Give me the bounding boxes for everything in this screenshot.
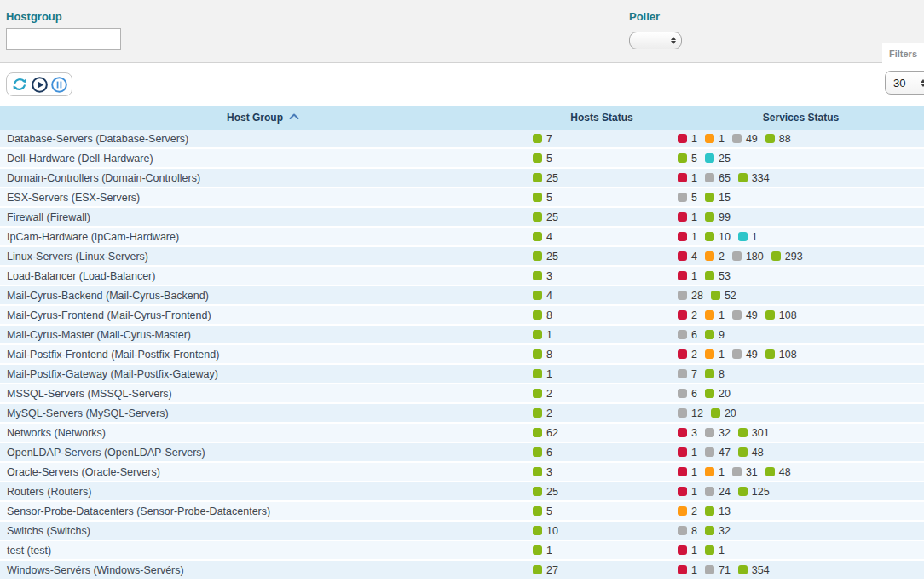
status-chip-unknown[interactable]: 8 xyxy=(678,525,697,537)
status-chip-ok[interactable]: 4 xyxy=(533,290,552,302)
status-chip-ok[interactable]: 1 xyxy=(533,545,552,557)
status-chip-critical[interactable]: 1 xyxy=(678,172,697,184)
status-chip-unknown[interactable]: 49 xyxy=(732,133,758,145)
status-chip-ok[interactable]: 293 xyxy=(771,251,803,263)
status-chip-unknown[interactable]: 47 xyxy=(705,447,731,459)
status-chip-unknown[interactable]: 49 xyxy=(732,309,758,321)
status-chip-ok[interactable]: 48 xyxy=(738,447,764,459)
hostgroup-name[interactable]: Load-Balancer (Load-Balancer) xyxy=(0,270,526,282)
hostgroup-name[interactable]: test (test) xyxy=(0,545,526,557)
status-chip-unknown[interactable]: 5 xyxy=(678,192,697,204)
hostgroup-name[interactable]: Switchs (Switchs) xyxy=(0,525,526,537)
status-chip-ok[interactable]: 108 xyxy=(765,349,797,361)
hostgroup-name[interactable]: Firewall (Firewall) xyxy=(0,211,526,223)
status-chip-critical[interactable]: 1 xyxy=(678,545,697,557)
status-chip-unknown[interactable]: 12 xyxy=(678,407,703,419)
status-chip-ok[interactable]: 15 xyxy=(705,192,731,204)
hostgroup-name[interactable]: Oracle-Servers (Oracle-Servers) xyxy=(0,466,526,478)
status-chip-ok[interactable]: 4 xyxy=(533,231,552,243)
pause-button[interactable] xyxy=(49,75,68,94)
status-chip-ok[interactable]: 13 xyxy=(705,505,731,517)
status-chip-ok[interactable]: 2 xyxy=(533,388,552,400)
status-chip-pending[interactable]: 1 xyxy=(738,231,758,243)
hostgroup-name[interactable]: Linux-Servers (Linux-Servers) xyxy=(0,251,526,263)
hostgroup-name[interactable]: Mail-Postfix-Frontend (Mail-Postfix-Fron… xyxy=(0,349,526,361)
hostgroup-name[interactable]: Database-Servers (Database-Servers) xyxy=(0,133,526,145)
play-button[interactable] xyxy=(30,75,49,94)
status-chip-ok[interactable]: 10 xyxy=(705,231,731,243)
status-chip-unknown[interactable]: 71 xyxy=(705,564,731,576)
status-chip-ok[interactable]: 6 xyxy=(533,447,552,459)
status-chip-ok[interactable]: 8 xyxy=(533,349,552,361)
status-chip-ok[interactable]: 5 xyxy=(533,192,552,204)
status-chip-ok[interactable]: 334 xyxy=(738,172,770,184)
filters-tab[interactable]: Filters xyxy=(882,43,924,63)
status-chip-critical[interactable]: 1 xyxy=(678,447,697,459)
hostgroup-name[interactable]: Mail-Cyrus-Frontend (Mail-Cyrus-Frontend… xyxy=(0,309,526,321)
hostgroup-name[interactable]: Networks (Networks) xyxy=(0,427,526,439)
status-chip-critical[interactable]: 1 xyxy=(678,564,697,576)
status-chip-warning[interactable]: 1 xyxy=(705,309,725,321)
status-chip-ok[interactable]: 25 xyxy=(533,251,558,263)
status-chip-ok[interactable]: 32 xyxy=(705,525,731,537)
status-chip-unknown[interactable]: 31 xyxy=(732,466,758,478)
status-chip-ok[interactable]: 3 xyxy=(533,466,552,478)
hostgroup-name[interactable]: Domain-Controllers (Domain-Controllers) xyxy=(0,172,526,184)
status-chip-warning[interactable]: 1 xyxy=(705,349,725,361)
status-chip-unknown[interactable]: 6 xyxy=(678,329,697,341)
column-header-host-group[interactable]: Host Group xyxy=(0,112,526,124)
status-chip-critical[interactable]: 4 xyxy=(678,251,697,263)
poller-select[interactable] xyxy=(629,32,682,49)
hostgroup-name[interactable]: ESX-Servers (ESX-Servers) xyxy=(0,192,526,204)
status-chip-unknown[interactable]: 24 xyxy=(705,486,731,498)
status-chip-critical[interactable]: 2 xyxy=(678,309,697,321)
status-chip-ok[interactable]: 1 xyxy=(533,368,552,380)
refresh-button[interactable] xyxy=(10,75,29,94)
hostgroup-name[interactable]: Routers (Routers) xyxy=(0,486,526,498)
hostgroup-input[interactable] xyxy=(6,28,121,50)
status-chip-critical[interactable]: 1 xyxy=(678,486,697,498)
status-chip-unknown[interactable]: 32 xyxy=(705,427,731,439)
status-chip-unknown[interactable]: 65 xyxy=(705,172,731,184)
status-chip-ok[interactable]: 5 xyxy=(678,153,697,165)
hostgroup-name[interactable]: Dell-Hardware (Dell-Hardware) xyxy=(0,153,526,165)
status-chip-ok[interactable]: 62 xyxy=(533,427,558,439)
status-chip-ok[interactable]: 125 xyxy=(738,486,770,498)
status-chip-unknown[interactable]: 49 xyxy=(732,349,758,361)
status-chip-ok[interactable]: 25 xyxy=(533,486,558,498)
status-chip-ok[interactable]: 3 xyxy=(533,270,552,282)
status-chip-critical[interactable]: 1 xyxy=(678,466,697,478)
hostgroup-name[interactable]: OpenLDAP-Servers (OpenLDAP-Servers) xyxy=(0,447,526,459)
status-chip-ok[interactable]: 8 xyxy=(533,309,552,321)
column-header-services-status[interactable]: Services Status xyxy=(678,112,924,124)
status-chip-critical[interactable]: 1 xyxy=(678,270,697,282)
status-chip-ok[interactable]: 8 xyxy=(705,368,725,380)
status-chip-warning[interactable]: 2 xyxy=(705,251,725,263)
hostgroup-name[interactable]: Windows-Servérs (Windows-Servérs) xyxy=(0,564,526,576)
status-chip-ok[interactable]: 1 xyxy=(533,329,552,341)
status-chip-critical[interactable]: 2 xyxy=(678,349,697,361)
status-chip-unknown[interactable]: 6 xyxy=(678,388,697,400)
status-chip-critical[interactable]: 1 xyxy=(678,231,697,243)
hostgroup-name[interactable]: IpCam-Hardware (IpCam-Hardware) xyxy=(0,231,526,243)
hostgroup-name[interactable]: Mail-Postfix-Gateway (Mail-Postfix-Gatew… xyxy=(0,368,526,380)
status-chip-ok[interactable]: 1 xyxy=(705,545,725,557)
status-chip-ok[interactable]: 108 xyxy=(765,309,797,321)
status-chip-ok[interactable]: 354 xyxy=(738,564,770,576)
status-chip-ok[interactable]: 48 xyxy=(765,466,791,478)
status-chip-ok[interactable]: 2 xyxy=(533,407,552,419)
hostgroup-name[interactable]: MSSQL-Servers (MSSQL-Servers) xyxy=(0,388,526,400)
status-chip-ok[interactable]: 7 xyxy=(533,133,552,145)
status-chip-ok[interactable]: 10 xyxy=(533,525,558,537)
status-chip-ok[interactable]: 99 xyxy=(705,211,731,223)
hostgroup-name[interactable]: Sensor-Probe-Datacenters (Sensor-Probe-D… xyxy=(0,505,526,517)
status-chip-ok[interactable]: 5 xyxy=(533,505,552,517)
status-chip-ok[interactable]: 25 xyxy=(533,211,558,223)
status-chip-ok[interactable]: 25 xyxy=(533,172,558,184)
status-chip-pending[interactable]: 25 xyxy=(705,153,731,165)
status-chip-critical[interactable]: 1 xyxy=(678,133,697,145)
status-chip-unknown[interactable]: 28 xyxy=(678,290,703,302)
status-chip-warning[interactable]: 1 xyxy=(705,466,725,478)
status-chip-ok[interactable]: 20 xyxy=(711,407,736,419)
column-header-hosts-status[interactable]: Hosts Status xyxy=(526,112,678,124)
